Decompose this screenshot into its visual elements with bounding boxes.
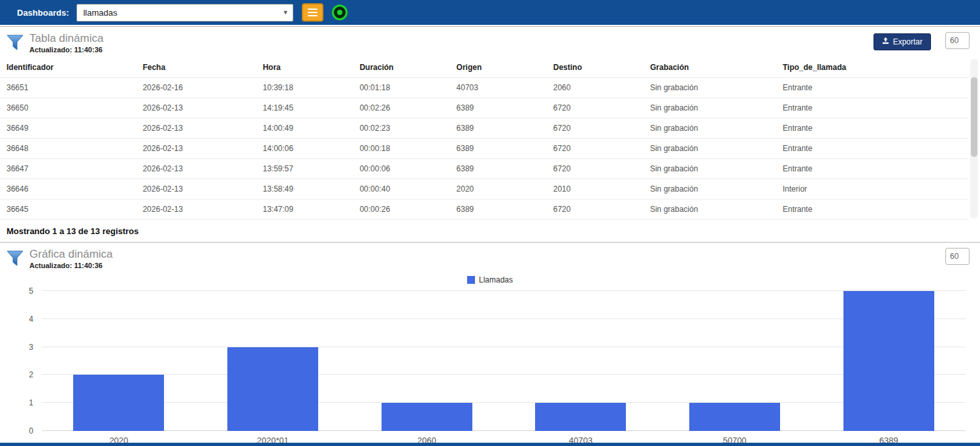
table-cell: 00:02:23 bbox=[354, 118, 451, 139]
table-cell: Sin grabación bbox=[645, 159, 777, 179]
table-row[interactable]: 366492026-02-1314:00:4900:02:2363896720S… bbox=[0, 118, 968, 139]
table-cell: 6720 bbox=[548, 139, 645, 159]
table-cell: Sin grabación bbox=[645, 118, 777, 139]
legend-label: Llamadas bbox=[479, 275, 513, 284]
bar-50700[interactable] bbox=[689, 403, 780, 431]
list-icon bbox=[308, 7, 318, 18]
table-cell: 36647 bbox=[0, 159, 137, 179]
export-icon bbox=[882, 37, 889, 46]
table-updated-label: Actualizado: 11:40:36 bbox=[29, 46, 103, 54]
table-row[interactable]: 366472026-02-1313:59:5700:00:0663896720S… bbox=[0, 159, 968, 179]
table-cell: 6720 bbox=[548, 118, 645, 139]
table-panel-header: Tabla dinámica Actualizado: 11:40:36 Exp… bbox=[0, 27, 980, 55]
table-scrollbar-thumb[interactable] bbox=[971, 77, 977, 157]
table-cell: 14:00:49 bbox=[257, 118, 354, 139]
table-cell: 13:47:09 bbox=[257, 199, 354, 220]
table-cell: 14:19:45 bbox=[257, 98, 354, 118]
table-cell: 6389 bbox=[451, 139, 548, 159]
table-cell: 36650 bbox=[0, 98, 137, 118]
bar-slot bbox=[196, 291, 350, 431]
bar-slot bbox=[42, 291, 196, 431]
table-cell: 00:00:06 bbox=[354, 159, 451, 179]
records-count-label: Mostrando 1 a 13 de 13 registros bbox=[0, 220, 980, 242]
filter-icon[interactable] bbox=[7, 250, 24, 267]
table-row[interactable]: 366512026-02-1610:39:1800:01:18407032060… bbox=[0, 78, 968, 98]
chart-refresh-interval-input[interactable] bbox=[945, 248, 970, 265]
column-header-tipo-de-llamada[interactable]: Tipo_de_llamada bbox=[777, 58, 968, 78]
table-row[interactable]: 366482026-02-1314:00:0600:00:1863896720S… bbox=[0, 139, 968, 159]
bar-2020-01[interactable] bbox=[227, 347, 318, 431]
chart-panel-title: Gráfica dinámica bbox=[29, 248, 113, 261]
table-row[interactable]: 366502026-02-1314:19:4500:02:2663896720S… bbox=[0, 98, 968, 118]
export-button[interactable]: Exportar bbox=[874, 33, 931, 50]
table-cell: 00:02:26 bbox=[354, 98, 451, 118]
column-header-origen[interactable]: Origen bbox=[451, 58, 548, 78]
table-cell: 13:58:49 bbox=[257, 179, 354, 199]
table-cell: 00:00:18 bbox=[354, 139, 451, 159]
column-header-grabaci-n[interactable]: Grabación bbox=[645, 58, 777, 78]
chevron-down-icon: ▼ bbox=[283, 9, 289, 16]
table-cell: 6389 bbox=[451, 199, 548, 220]
bar-40703[interactable] bbox=[535, 403, 626, 431]
bar-slot bbox=[811, 291, 966, 431]
y-axis-tick: 0 bbox=[29, 426, 33, 436]
table-cell: 2026-02-13 bbox=[137, 179, 257, 199]
table-cell: 13:59:57 bbox=[257, 159, 354, 179]
bar-2020[interactable] bbox=[73, 375, 164, 431]
record-icon bbox=[332, 5, 348, 20]
table-cell: 10:39:18 bbox=[257, 78, 354, 98]
column-header-fecha[interactable]: Fecha bbox=[137, 58, 257, 78]
table-cell: 6389 bbox=[451, 159, 548, 179]
table-cell: 2026-02-16 bbox=[137, 78, 257, 98]
filter-icon[interactable] bbox=[7, 34, 24, 51]
bar-2060[interactable] bbox=[382, 403, 472, 431]
y-axis-tick: 4 bbox=[29, 315, 33, 324]
table-cell: 36651 bbox=[0, 78, 137, 98]
table-cell: 2026-02-13 bbox=[137, 159, 257, 179]
table-cell: 6720 bbox=[548, 98, 645, 118]
y-axis-tick: 3 bbox=[29, 343, 33, 352]
table-cell: 40703 bbox=[451, 78, 548, 98]
table-cell: 00:01:18 bbox=[354, 78, 451, 98]
chart-legend[interactable]: Llamadas bbox=[0, 271, 980, 286]
table-scrollbar[interactable] bbox=[970, 59, 978, 218]
bar-slot bbox=[658, 291, 812, 431]
table-cell: Sin grabación bbox=[645, 78, 777, 98]
table-row[interactable]: 366452026-02-1313:47:0900:00:2663896720S… bbox=[0, 199, 968, 220]
table-cell: 36649 bbox=[0, 118, 137, 139]
table-cell: 2020 bbox=[451, 179, 548, 199]
dashboards-label: Dashboards: bbox=[17, 8, 69, 18]
table-cell: Entrante bbox=[777, 118, 968, 139]
table-header-actions: Exportar bbox=[874, 32, 970, 50]
column-header-destino[interactable]: Destino bbox=[548, 58, 645, 78]
y-axis-tick: 2 bbox=[29, 370, 33, 379]
dashboard-select-value: llamadas bbox=[83, 8, 117, 18]
table-panel-title: Tabla dinámica bbox=[29, 32, 103, 45]
column-header-duraci-n[interactable]: Duración bbox=[354, 58, 451, 78]
table-row[interactable]: 366462026-02-1313:58:4900:00:4020202010S… bbox=[0, 179, 968, 199]
bottom-bar bbox=[0, 443, 980, 446]
y-axis-tick: 5 bbox=[29, 286, 33, 296]
chart-panel: Gráfica dinámica Actualizado: 11:40:36 L… bbox=[0, 243, 980, 446]
chart-panel-titles: Gráfica dinámica Actualizado: 11:40:36 bbox=[29, 248, 113, 269]
table-cell: 00:00:40 bbox=[354, 179, 451, 199]
chart-header-actions bbox=[945, 248, 970, 265]
column-header-identificador[interactable]: Identificador bbox=[0, 58, 137, 78]
table-cell: 00:00:26 bbox=[354, 199, 451, 220]
plot-area bbox=[42, 291, 966, 431]
table-cell: Sin grabación bbox=[645, 98, 777, 118]
table-cell: Sin grabación bbox=[645, 199, 777, 220]
menu-button[interactable] bbox=[302, 3, 323, 22]
table-refresh-interval-input[interactable] bbox=[945, 32, 970, 49]
record-status-button[interactable] bbox=[332, 5, 348, 20]
table-cell: Interior bbox=[777, 179, 968, 199]
y-axis-tick: 1 bbox=[29, 398, 33, 407]
export-button-label: Exportar bbox=[893, 37, 923, 46]
table-panel-titles: Tabla dinámica Actualizado: 11:40:36 bbox=[29, 32, 103, 54]
column-header-hora[interactable]: Hora bbox=[257, 58, 354, 78]
dashboard-select[interactable]: llamadas ▼ bbox=[76, 4, 293, 22]
table-cell: Sin grabación bbox=[645, 179, 777, 199]
calls-table: IdentificadorFechaHoraDuraciónOrigenDest… bbox=[0, 58, 968, 220]
table-cell: Entrante bbox=[777, 139, 968, 159]
bar-6389[interactable] bbox=[843, 291, 934, 431]
